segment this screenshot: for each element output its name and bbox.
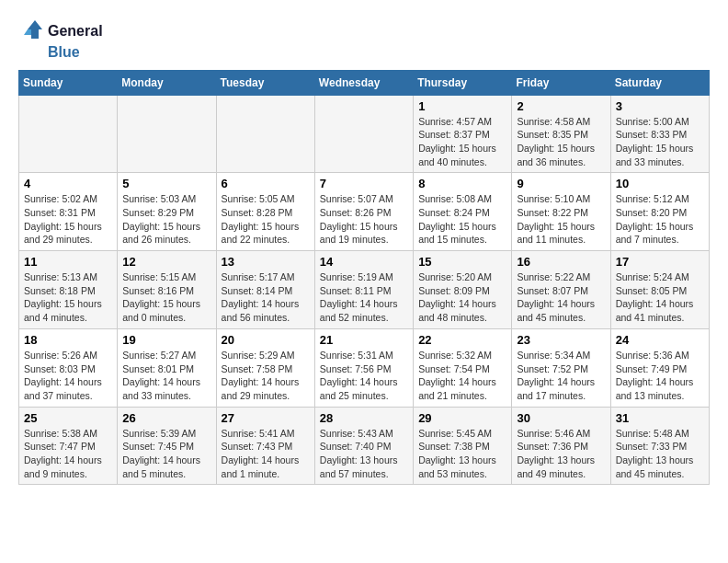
day-number: 11: [24, 255, 112, 269]
column-header-thursday: Thursday: [414, 70, 512, 95]
calendar-cell: 17Sunrise: 5:24 AM Sunset: 8:05 PM Dayli…: [610, 251, 709, 329]
day-info: Sunrise: 5:03 AM Sunset: 8:29 PM Dayligh…: [122, 192, 210, 247]
day-info: Sunrise: 4:58 AM Sunset: 8:35 PM Dayligh…: [517, 115, 605, 169]
day-info: Sunrise: 5:13 AM Sunset: 8:18 PM Dayligh…: [24, 270, 112, 325]
calendar-cell: 26Sunrise: 5:39 AM Sunset: 7:45 PM Dayli…: [118, 407, 216, 485]
day-info: Sunrise: 5:12 AM Sunset: 8:20 PM Dayligh…: [616, 192, 704, 247]
calendar-cell: 23Sunrise: 5:34 AM Sunset: 7:52 PM Dayli…: [512, 328, 610, 407]
calendar-cell: 6Sunrise: 5:05 AM Sunset: 8:28 PM Daylig…: [216, 173, 314, 251]
day-info: Sunrise: 5:41 AM Sunset: 7:43 PM Dayligh…: [222, 427, 310, 481]
page-header: General Blue: [18, 18, 710, 61]
calendar-cell: 28Sunrise: 5:43 AM Sunset: 7:40 PM Dayli…: [314, 407, 413, 485]
calendar-cell: 12Sunrise: 5:15 AM Sunset: 8:16 PM Dayli…: [118, 251, 216, 329]
day-info: Sunrise: 5:10 AM Sunset: 8:22 PM Dayligh…: [517, 192, 605, 247]
day-info: Sunrise: 5:45 AM Sunset: 7:38 PM Dayligh…: [418, 427, 506, 481]
day-number: 31: [616, 411, 704, 425]
day-number: 15: [418, 255, 506, 269]
day-info: Sunrise: 5:08 AM Sunset: 8:24 PM Dayligh…: [418, 192, 506, 247]
day-number: 20: [222, 333, 310, 347]
day-number: 10: [616, 177, 704, 190]
day-info: Sunrise: 5:29 AM Sunset: 7:58 PM Dayligh…: [222, 349, 310, 403]
day-number: 17: [616, 255, 704, 269]
day-number: 30: [517, 411, 605, 425]
day-number: 29: [418, 411, 506, 425]
calendar-cell: 30Sunrise: 5:46 AM Sunset: 7:36 PM Dayli…: [512, 407, 610, 485]
calendar-cell: 25Sunrise: 5:38 AM Sunset: 7:47 PM Dayli…: [19, 407, 118, 485]
day-info: Sunrise: 5:26 AM Sunset: 8:03 PM Dayligh…: [24, 349, 112, 403]
day-info: Sunrise: 5:27 AM Sunset: 8:01 PM Dayligh…: [122, 349, 210, 403]
day-number: 16: [517, 255, 605, 269]
day-info: Sunrise: 5:48 AM Sunset: 7:33 PM Dayligh…: [616, 427, 704, 481]
day-number: 12: [122, 255, 210, 269]
day-number: 4: [24, 177, 112, 190]
column-header-friday: Friday: [512, 70, 610, 95]
day-number: 8: [418, 177, 506, 190]
calendar-cell: 1Sunrise: 4:57 AM Sunset: 8:37 PM Daylig…: [414, 95, 512, 173]
day-number: 18: [24, 333, 112, 347]
column-header-tuesday: Tuesday: [216, 70, 314, 95]
calendar-cell: 4Sunrise: 5:02 AM Sunset: 8:31 PM Daylig…: [19, 173, 118, 251]
day-info: Sunrise: 5:31 AM Sunset: 7:56 PM Dayligh…: [320, 349, 408, 403]
day-info: Sunrise: 5:38 AM Sunset: 7:47 PM Dayligh…: [24, 427, 112, 481]
calendar-cell: 16Sunrise: 5:22 AM Sunset: 8:07 PM Dayli…: [512, 251, 610, 329]
calendar-cell: 22Sunrise: 5:32 AM Sunset: 7:54 PM Dayli…: [414, 328, 512, 407]
day-info: Sunrise: 5:07 AM Sunset: 8:26 PM Dayligh…: [320, 192, 408, 247]
calendar-cell: 24Sunrise: 5:36 AM Sunset: 7:49 PM Dayli…: [610, 328, 709, 407]
day-number: 5: [122, 177, 210, 190]
calendar-cell: 8Sunrise: 5:08 AM Sunset: 8:24 PM Daylig…: [414, 173, 512, 251]
calendar-cell: 3Sunrise: 5:00 AM Sunset: 8:33 PM Daylig…: [610, 95, 709, 173]
day-info: Sunrise: 5:15 AM Sunset: 8:16 PM Dayligh…: [122, 270, 210, 325]
day-number: 21: [320, 333, 408, 347]
day-number: 28: [320, 411, 408, 425]
calendar-week-row: 4Sunrise: 5:02 AM Sunset: 8:31 PM Daylig…: [19, 173, 710, 251]
logo: General Blue: [18, 18, 103, 61]
calendar-cell: [216, 95, 314, 173]
column-header-saturday: Saturday: [610, 70, 709, 95]
calendar-cell: [19, 95, 118, 173]
day-info: Sunrise: 5:19 AM Sunset: 8:11 PM Dayligh…: [320, 270, 408, 325]
calendar-header-row: SundayMondayTuesdayWednesdayThursdayFrid…: [19, 70, 710, 95]
calendar-cell: 18Sunrise: 5:26 AM Sunset: 8:03 PM Dayli…: [19, 328, 118, 407]
calendar-cell: 20Sunrise: 5:29 AM Sunset: 7:58 PM Dayli…: [216, 328, 314, 407]
day-number: 23: [517, 333, 605, 347]
logo-bird-icon: [18, 18, 44, 44]
calendar-cell: 27Sunrise: 5:41 AM Sunset: 7:43 PM Dayli…: [216, 407, 314, 485]
calendar-cell: 7Sunrise: 5:07 AM Sunset: 8:26 PM Daylig…: [314, 173, 413, 251]
column-header-sunday: Sunday: [19, 70, 118, 95]
day-info: Sunrise: 5:20 AM Sunset: 8:09 PM Dayligh…: [418, 270, 506, 325]
column-header-monday: Monday: [118, 70, 216, 95]
calendar-cell: 5Sunrise: 5:03 AM Sunset: 8:29 PM Daylig…: [118, 173, 216, 251]
day-number: 1: [418, 99, 506, 113]
calendar-cell: 10Sunrise: 5:12 AM Sunset: 8:20 PM Dayli…: [610, 173, 709, 251]
day-info: Sunrise: 5:32 AM Sunset: 7:54 PM Dayligh…: [418, 349, 506, 403]
calendar-table: SundayMondayTuesdayWednesdayThursdayFrid…: [18, 70, 710, 486]
calendar-cell: 15Sunrise: 5:20 AM Sunset: 8:09 PM Dayli…: [414, 251, 512, 329]
calendar-cell: [314, 95, 413, 173]
day-number: 22: [418, 333, 506, 347]
svg-marker-1: [24, 29, 31, 35]
day-info: Sunrise: 5:05 AM Sunset: 8:28 PM Dayligh…: [222, 192, 310, 247]
calendar-cell: 29Sunrise: 5:45 AM Sunset: 7:38 PM Dayli…: [414, 407, 512, 485]
day-info: Sunrise: 5:24 AM Sunset: 8:05 PM Dayligh…: [616, 270, 704, 325]
calendar-cell: 31Sunrise: 5:48 AM Sunset: 7:33 PM Dayli…: [610, 407, 709, 485]
day-number: 3: [616, 99, 704, 113]
day-info: Sunrise: 5:22 AM Sunset: 8:07 PM Dayligh…: [517, 270, 605, 325]
day-info: Sunrise: 5:36 AM Sunset: 7:49 PM Dayligh…: [616, 349, 704, 403]
day-info: Sunrise: 4:57 AM Sunset: 8:37 PM Dayligh…: [418, 115, 506, 169]
logo-blue: Blue: [48, 44, 80, 61]
logo-container: General Blue: [18, 18, 103, 61]
day-info: Sunrise: 5:00 AM Sunset: 8:33 PM Dayligh…: [616, 115, 704, 169]
day-number: 25: [24, 411, 112, 425]
day-info: Sunrise: 5:43 AM Sunset: 7:40 PM Dayligh…: [320, 427, 408, 481]
logo-general: General: [48, 23, 103, 39]
calendar-week-row: 25Sunrise: 5:38 AM Sunset: 7:47 PM Dayli…: [19, 407, 710, 485]
calendar-week-row: 11Sunrise: 5:13 AM Sunset: 8:18 PM Dayli…: [19, 251, 710, 329]
calendar-week-row: 18Sunrise: 5:26 AM Sunset: 8:03 PM Dayli…: [19, 328, 710, 407]
calendar-cell: 9Sunrise: 5:10 AM Sunset: 8:22 PM Daylig…: [512, 173, 610, 251]
calendar-cell: 19Sunrise: 5:27 AM Sunset: 8:01 PM Dayli…: [118, 328, 216, 407]
day-number: 6: [222, 177, 310, 190]
calendar-cell: 14Sunrise: 5:19 AM Sunset: 8:11 PM Dayli…: [314, 251, 413, 329]
calendar-cell: [118, 95, 216, 173]
day-number: 26: [122, 411, 210, 425]
day-number: 9: [517, 177, 605, 190]
